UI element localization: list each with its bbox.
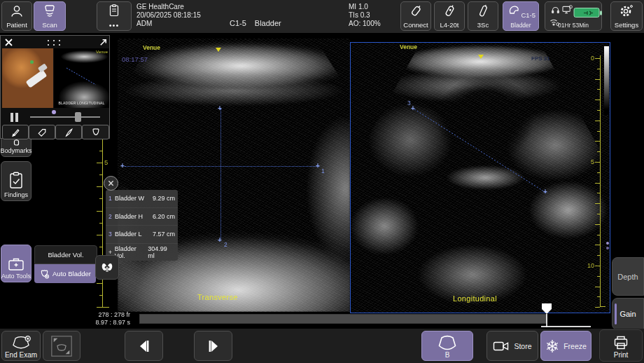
measurement-row[interactable]: 2 Bladder H 6.20 cm xyxy=(106,208,178,226)
frame-counter: 278 : 278 fr xyxy=(84,311,130,319)
bladder-shape-button[interactable] xyxy=(82,125,109,139)
end-exam-icon xyxy=(10,335,31,350)
ruler-tick xyxy=(595,183,600,184)
gain-button[interactable]: Gain xyxy=(612,298,644,330)
kidney-tool-button[interactable] xyxy=(95,255,119,280)
page-indicator-dot[interactable] xyxy=(52,110,56,114)
display-status-icon xyxy=(562,5,573,15)
image-layout-button[interactable] xyxy=(43,331,80,361)
gear-icon xyxy=(620,4,634,18)
gain-label: Gain xyxy=(620,310,636,318)
close-icon xyxy=(108,180,114,186)
cine-position-marker[interactable] xyxy=(541,303,553,328)
next-frame-button[interactable] xyxy=(194,331,232,361)
scan-probe-icon xyxy=(42,4,57,18)
thumbnail-caption: BLADDER LONGITUDINAL xyxy=(54,101,109,105)
scan-button[interactable]: Scan xyxy=(34,1,66,31)
caliper-line-length xyxy=(351,43,610,313)
settings-label: Settings xyxy=(615,22,638,29)
depth-ruler-left-end xyxy=(102,307,109,308)
b-mode-button[interactable]: B xyxy=(421,331,473,361)
ruler-tick xyxy=(595,162,600,163)
clip-progress-track[interactable] xyxy=(30,116,100,118)
close-icon[interactable] xyxy=(4,38,13,47)
measurement-row[interactable]: 3 Bladder L 7.57 cm xyxy=(106,226,178,244)
operator-text: ADM xyxy=(136,20,201,28)
pause-icon[interactable] xyxy=(9,112,20,123)
ruler-tick xyxy=(97,235,102,235)
caliper-endpoint[interactable]: + xyxy=(120,163,125,169)
tag-icon xyxy=(37,128,47,137)
patient-button[interactable]: Patient xyxy=(1,1,32,31)
headset-icon xyxy=(551,6,560,15)
caliper-endpoint[interactable]: + xyxy=(218,106,222,111)
ruler-tick xyxy=(97,211,102,212)
ruler-tick xyxy=(597,235,600,235)
reference-thumbnail[interactable]: Venue BLADDER LONGITUDINAL xyxy=(54,48,109,108)
caliper-endpoint[interactable]: + xyxy=(218,238,222,243)
probe-l4-label: L4-20t xyxy=(440,22,459,29)
ruler-tick xyxy=(597,131,600,132)
active-probe-button[interactable]: C1-5 Bladder xyxy=(503,1,539,31)
bladder-vol-button[interactable]: Bladder Vol. xyxy=(34,245,97,264)
measurement-value: 6.20 cm xyxy=(153,213,175,220)
ruler-tick xyxy=(595,287,600,287)
clip-progress-handle[interactable] xyxy=(75,112,81,122)
caliper-endpoint[interactable]: + xyxy=(316,163,320,169)
depth-button[interactable]: Depth xyxy=(612,257,644,296)
print-label: Print xyxy=(614,351,629,359)
drag-handle-dots[interactable] xyxy=(46,39,62,46)
top-bar: Patient Scan ••• GE HealthCare 20/06/202… xyxy=(0,0,644,33)
cine-scrubber-track[interactable] xyxy=(139,314,547,324)
acquisition-timestamp: 08:17:57 xyxy=(122,55,148,63)
probe-preset-readout: C1-5 Bladder xyxy=(230,19,281,27)
annotate-pencil-button[interactable] xyxy=(2,125,29,139)
ruler-tick xyxy=(597,172,600,173)
print-button[interactable]: Print xyxy=(599,329,643,362)
next-frame-icon xyxy=(206,338,221,354)
ruler-tick xyxy=(597,89,600,90)
expand-icon[interactable] xyxy=(99,38,108,47)
probe-l4-button[interactable]: L4-20t xyxy=(434,1,465,31)
previous-frame-button[interactable] xyxy=(125,331,163,361)
ruler-tick xyxy=(595,121,600,121)
venue-watermark: Venue xyxy=(143,44,160,51)
measurement-label: Bladder L xyxy=(115,231,142,238)
auto-tools-button[interactable]: Auto Tools xyxy=(1,245,31,282)
time-counter: 8.97 : 8.97 s xyxy=(84,319,130,327)
ultrasound-image-transverse[interactable]: Venue 08:17:57 + + 1 + + 2 Transverse xyxy=(118,39,350,312)
auto-bladder-icon xyxy=(39,269,50,279)
worksheet-button[interactable]: ••• xyxy=(97,1,132,31)
caliper-number-1: 1 xyxy=(321,167,325,174)
connect-probe-button[interactable]: Connect xyxy=(400,1,431,31)
previous-frame-icon xyxy=(136,338,152,354)
freeze-button[interactable]: Freeze xyxy=(540,331,592,361)
scan-guide-illustration[interactable] xyxy=(2,48,53,108)
settings-button[interactable]: Settings xyxy=(610,1,643,31)
ruler-tick xyxy=(99,295,102,296)
pointer-pen-button[interactable] xyxy=(55,125,82,139)
auto-bladder-button[interactable]: Auto Bladder xyxy=(34,264,96,283)
plane-label-longitudinal: Longitudinal xyxy=(453,294,497,303)
measurement-value: 9.29 cm xyxy=(153,195,175,202)
ultrasound-image-longitudinal[interactable]: Venue FPS 31 + + 3 Longitudinal xyxy=(350,42,610,313)
findings-button[interactable]: Findings xyxy=(1,161,31,201)
caliper-line-height xyxy=(220,109,221,240)
ruler-tick xyxy=(99,223,102,224)
caliper-endpoint[interactable]: + xyxy=(543,189,547,195)
ruler-tick xyxy=(97,163,102,163)
label-tag-button[interactable] xyxy=(29,125,55,139)
caliper-endpoint[interactable]: + xyxy=(411,106,415,111)
probe-c15-icon xyxy=(507,4,521,15)
probe-text: C1-5 xyxy=(230,19,246,27)
measurement-row[interactable]: 1 Bladder W 9.29 cm xyxy=(106,190,178,208)
end-exam-button[interactable]: End Exam xyxy=(1,331,41,361)
measurement-results-panel: 1 Bladder W 9.29 cm 2 Bladder H 6.20 cm … xyxy=(106,190,178,261)
freeze-label: Freeze xyxy=(564,342,587,350)
measurements-close-button[interactable] xyxy=(104,176,118,191)
system-status-cluster[interactable]: 01Hr 53Min xyxy=(545,1,602,31)
measurement-index: 3 xyxy=(108,231,115,238)
bladder-anechoic-region xyxy=(118,39,350,312)
probe-3sc-button[interactable]: 3Sc xyxy=(468,1,498,31)
store-button[interactable]: Store xyxy=(486,331,538,361)
